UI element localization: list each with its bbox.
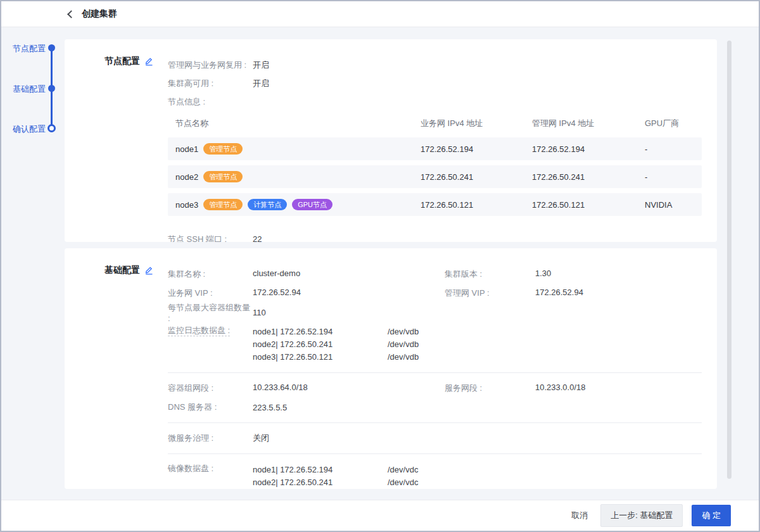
node-gpu: - (645, 144, 702, 154)
node-tag: 管理节点 (203, 199, 243, 210)
node-tag: GPU节点 (292, 199, 332, 210)
field-cluster-version: 集群版本 : 1.30 (445, 269, 551, 280)
confirm-button[interactable]: 确 定 (692, 505, 731, 526)
section-divider (168, 372, 702, 373)
step-label[interactable]: 基础配置 (13, 84, 46, 95)
step-confirm-config[interactable]: 确认配置 (1, 124, 65, 135)
field-label: 节点 SSH 端口 : (168, 234, 253, 243)
disk-path: /dev/vdb (388, 339, 419, 349)
disk-entry: node2| 172.26.50.241 /dev/vdb (253, 338, 419, 350)
field-mesh: 微服务治理 : 关闭 (168, 429, 702, 448)
step-dot-filled-icon (48, 44, 55, 51)
disk-path: /dev/vdb (388, 352, 419, 362)
field-value: 1.30 (535, 269, 551, 280)
field-label: 容器组网段 : (168, 383, 253, 394)
basic-section-title: 基础配置 (104, 265, 140, 276)
page-title: 创建集群 (82, 8, 117, 20)
disk-node: node3| 172.26.50.121 (253, 352, 388, 362)
field-node-info: 节点信息 : (168, 92, 702, 111)
node-section-title: 节点配置 (104, 56, 140, 67)
disk-node: node1| 172.26.52.194 (253, 465, 388, 474)
section-divider (168, 453, 702, 454)
disk-entry: node3| 172.26.50.121 /dev/vdc (253, 488, 418, 489)
node-config-card: 节点配置 管理网与业务网复用 : 开启 集群高可用 : 开启 节点信息 : 节点… (65, 39, 717, 242)
step-rail: 节点配置 基础配置 确认配置 (1, 39, 65, 179)
step-label[interactable]: 节点配置 (13, 43, 46, 54)
field-label: 每节点最大容器组数量 : (168, 302, 253, 323)
node-tag: 管理节点 (203, 143, 243, 155)
step-dot-filled-icon (48, 85, 55, 92)
field-value: cluster-demo (253, 269, 300, 280)
field-value: 110 (253, 308, 266, 317)
field-value: 10.233.64.0/18 (253, 383, 308, 394)
table-row: node1 管理节点 172.26.52.194 172.26.52.194 - (168, 137, 702, 160)
step-node-config[interactable]: 节点配置 (1, 43, 65, 54)
disk-entry: node3| 172.26.50.121 /dev/vdb (253, 350, 419, 363)
field-pod-cidr: 容器组网段 : 10.233.64.0/18 (168, 383, 445, 394)
disk-entry: node1| 172.26.52.194 /dev/vdc (253, 463, 418, 476)
node-name: node3 (175, 200, 198, 210)
prev-step-button[interactable]: 上一步: 基础配置 (600, 504, 683, 527)
field-svc-cidr: 服务网段 : 10.233.0.0/18 (445, 383, 586, 394)
node-gpu: NVIDIA (645, 200, 702, 210)
disk-node: node2| 172.26.50.241 (253, 339, 388, 349)
step-dot-hollow-icon (48, 124, 56, 132)
field-value: 10.233.0.0/18 (535, 383, 586, 394)
node-biz-ip: 172.26.50.121 (421, 200, 532, 210)
field-biz-vip: 业务网 VIP : 172.26.52.94 (168, 288, 445, 299)
node-tag: 计算节点 (248, 199, 287, 210)
edit-basic-config-icon[interactable] (144, 266, 153, 275)
field-label: DNS 服务器 : (168, 402, 253, 413)
disk-node: node1| 172.26.52.194 (253, 327, 388, 336)
field-label: 服务网段 : (445, 383, 535, 394)
field-value: 开启 (253, 78, 269, 89)
field-net-reuse: 管理网与业务网复用 : 开启 (168, 56, 702, 74)
edit-node-config-icon[interactable] (144, 57, 153, 66)
field-value: 关闭 (253, 433, 269, 444)
field-label: 集群高可用 : (168, 78, 253, 89)
field-max-pods: 每节点最大容器组数量 : 110 (168, 303, 702, 322)
field-mgmt-vip: 管理网 VIP : 172.26.52.94 (445, 288, 583, 299)
col-gpu-vendor: GPU厂商 (645, 118, 702, 129)
node-biz-ip: 172.26.52.194 (421, 144, 532, 154)
cancel-button[interactable]: 取消 (567, 505, 592, 526)
field-label: 集群名称 : (168, 269, 253, 280)
field-label: 集群版本 : (445, 269, 535, 280)
node-name: node1 (175, 144, 198, 154)
node-mgmt-ip: 172.26.50.121 (532, 200, 645, 210)
field-image-disks: 镜像数据盘 : node1| 172.26.52.194 /dev/vdc no… (168, 460, 702, 489)
field-monitor-disks: 监控日志数据盘 : node1| 172.26.52.194 /dev/vdb … (168, 322, 702, 367)
node-table: 节点名称 业务网 IPv4 地址 管理网 IPv4 地址 GPU厂商 node1… (168, 115, 702, 216)
disk-path: /dev/vdc (388, 478, 418, 487)
col-mgmt-ip: 管理网 IPv4 地址 (532, 118, 645, 129)
field-label: 镜像数据盘 : (168, 463, 253, 489)
step-basic-config[interactable]: 基础配置 (1, 84, 65, 95)
footer-action-bar: 取消 上一步: 基础配置 确 定 (1, 500, 759, 531)
step-label[interactable]: 确认配置 (13, 124, 46, 135)
disk-path: /dev/vdb (388, 327, 419, 336)
disk-path: /dev/vdc (388, 465, 418, 474)
disk-node: node2| 172.26.50.241 (253, 478, 388, 487)
node-gpu: - (645, 172, 702, 182)
node-mgmt-ip: 172.26.52.194 (532, 144, 645, 154)
field-label: 节点信息 : (168, 96, 253, 108)
scrollbar-thumb[interactable] (727, 41, 732, 479)
node-mgmt-ip: 172.26.50.241 (532, 172, 645, 182)
field-label: 管理网 VIP : (445, 288, 535, 299)
node-name: node2 (175, 172, 198, 182)
section-divider (168, 422, 702, 423)
field-cluster-name: 集群名称 : cluster-demo (168, 269, 445, 280)
field-label: 业务网 VIP : (168, 288, 253, 299)
field-value: 开启 (253, 60, 269, 71)
basic-config-card: 基础配置 集群名称 : cluster-demo 集群版本 : 1.30 业务网… (65, 248, 717, 489)
field-value: 172.26.52.94 (535, 288, 583, 299)
field-ssh-port: 节点 SSH 端口 : 22 (168, 230, 702, 242)
disk-entry: node2| 172.26.50.241 /dev/vdc (253, 476, 418, 488)
page-header: 创建集群 (1, 1, 759, 27)
table-row: node2 管理节点 172.26.50.241 172.26.50.241 - (168, 165, 702, 188)
node-table-header: 节点名称 业务网 IPv4 地址 管理网 IPv4 地址 GPU厂商 (168, 115, 702, 132)
col-biz-ip: 业务网 IPv4 地址 (421, 118, 532, 129)
field-value: 22 (253, 234, 262, 242)
table-row: node3 管理节点 计算节点 GPU节点 172.26.50.121 172.… (168, 193, 702, 216)
back-icon[interactable] (67, 10, 75, 18)
